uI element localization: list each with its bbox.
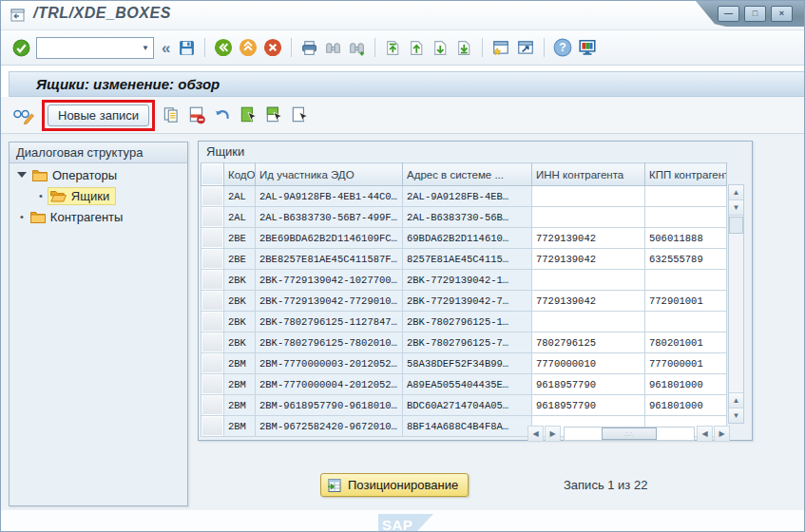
collapse-toolbar-icon[interactable]: « xyxy=(162,40,170,56)
save-icon[interactable] xyxy=(178,39,196,57)
scroll-right-icon[interactable]: ▶ xyxy=(545,426,561,442)
table-cell[interactable]: 2BM xyxy=(224,353,256,374)
close-button[interactable]: × xyxy=(771,6,793,22)
select-all-corner[interactable] xyxy=(201,163,224,186)
table-cell[interactable]: 2AL-9A9128FB-4EB… xyxy=(403,186,532,207)
table-cell[interactable]: 7729139042 xyxy=(532,228,645,249)
row-selector[interactable] xyxy=(201,207,224,228)
new-session-icon[interactable] xyxy=(491,38,510,57)
table-cell[interactable]: 2AL-9A9128FB-4EB1-44C0… xyxy=(256,186,403,207)
table-cell[interactable] xyxy=(645,312,727,332)
table-cell[interactable]: 2AL-B6383730-56B7-499F… xyxy=(256,207,403,228)
table-cell[interactable]: 961801000 xyxy=(645,374,727,395)
table-cell[interactable]: 2BK-7802796125-1… xyxy=(403,312,532,332)
scroll-up-icon[interactable]: ▲ xyxy=(729,392,743,408)
tree-item-counterparties[interactable]: • Контрагенты xyxy=(10,207,187,226)
table-cell[interactable]: 2BK-7729139042-7729010… xyxy=(256,291,403,312)
table-cell[interactable]: 780201001 xyxy=(645,332,727,353)
row-selector[interactable] xyxy=(201,312,224,332)
table-cell[interactable]: 2BM xyxy=(224,416,256,437)
column-header-kpp[interactable]: КПП контрагента xyxy=(645,163,727,186)
scroll-down-icon[interactable]: ▼ xyxy=(729,408,743,423)
table-row[interactable]: 2BE2BE69BDA62B2D1146109FC…69BDA62B2D1146… xyxy=(201,228,727,249)
collapse-arrow-icon[interactable] xyxy=(17,172,27,178)
select-block-icon[interactable] xyxy=(264,105,283,124)
minimize-button[interactable]: — xyxy=(718,6,739,22)
table-cell[interactable]: 2BK xyxy=(224,270,256,291)
row-selector[interactable] xyxy=(201,291,224,312)
find-icon[interactable] xyxy=(324,39,342,57)
table-cell[interactable]: 69BDA62B2D114610… xyxy=(403,228,532,249)
table-cell[interactable]: 2AL xyxy=(224,186,256,207)
first-page-icon[interactable] xyxy=(384,39,402,57)
table-cell[interactable]: 632555789 xyxy=(645,249,727,270)
column-header-inn[interactable]: ИНН контрагента xyxy=(532,163,645,186)
horizontal-scrollbar-thumb[interactable]: ∴∴ xyxy=(602,428,657,440)
command-field[interactable]: ▼ xyxy=(36,37,154,59)
table-cell[interactable]: 2BE69BDA62B2D1146109FC… xyxy=(256,228,403,249)
table-row[interactable]: 2BM2BM-9618957790-9618010…BDC60A2714704A… xyxy=(201,395,727,416)
scroll-left-icon[interactable]: ◀ xyxy=(697,426,713,442)
row-selector[interactable] xyxy=(201,249,224,270)
vertical-scrollbar[interactable]: ▲ ▼ ▲ ▼ xyxy=(728,184,744,424)
last-page-icon[interactable] xyxy=(455,39,473,57)
help-icon[interactable]: ? xyxy=(553,38,572,57)
shortcut-icon[interactable] xyxy=(516,38,535,57)
table-cell[interactable] xyxy=(532,312,645,332)
scroll-right-icon[interactable]: ▶ xyxy=(714,426,730,442)
table-cell[interactable]: 772901001 xyxy=(645,291,727,312)
table-row[interactable]: 2BK2BK-7802796125-7802010…2BK-7802796125… xyxy=(201,332,727,353)
cancel-icon[interactable] xyxy=(263,38,282,57)
horizontal-scrollbar-track[interactable]: ∴∴ xyxy=(564,427,695,441)
select-all-icon[interactable] xyxy=(239,105,258,124)
row-selector[interactable] xyxy=(201,395,224,416)
table-cell[interactable]: 7729139042 xyxy=(532,291,645,312)
table-cell[interactable]: 777000001 xyxy=(645,353,727,374)
row-selector[interactable] xyxy=(201,353,224,374)
table-cell[interactable] xyxy=(645,186,727,207)
next-page-icon[interactable] xyxy=(431,39,450,57)
layout-icon[interactable] xyxy=(578,38,597,57)
column-header-participant-id[interactable]: Ид участника ЭДО xyxy=(256,163,403,186)
table-cell[interactable]: 2BK-7802796125-1127847… xyxy=(256,312,403,332)
exit-icon[interactable] xyxy=(239,38,258,57)
table-cell[interactable]: 7770000010 xyxy=(532,353,645,374)
table-cell[interactable]: 2BE xyxy=(224,249,256,270)
positioning-button[interactable]: Позиционирование xyxy=(320,473,469,497)
table-cell[interactable] xyxy=(532,270,645,291)
find-next-icon[interactable] xyxy=(348,39,366,57)
undo-icon[interactable] xyxy=(213,105,232,124)
table-row[interactable]: 2BK2BK-7729139042-1027700…2BK-7729139042… xyxy=(201,270,727,291)
back-icon[interactable] xyxy=(214,38,233,57)
system-menu-icon[interactable] xyxy=(10,9,25,22)
table-cell[interactable]: 7729139042 xyxy=(532,249,645,270)
table-cell[interactable]: 7802796125 xyxy=(532,332,645,353)
row-selector[interactable] xyxy=(201,416,224,437)
scroll-left-icon[interactable]: ◀ xyxy=(527,426,544,442)
row-selector[interactable] xyxy=(201,186,224,207)
table-cell[interactable]: 2BM-9672582420-9672010… xyxy=(256,416,403,437)
horizontal-scrollbar[interactable]: ◀ ▶ ∴∴ ◀ ▶ xyxy=(527,427,731,441)
column-header-system-address[interactable]: Адрес в системе ... xyxy=(403,163,532,186)
table-cell[interactable]: 2BK-7729139042-7… xyxy=(403,291,532,312)
table-row[interactable]: 2AL2AL-B6383730-56B7-499F…2AL-B6383730-5… xyxy=(201,207,727,228)
table-row[interactable]: 2BK2BK-7729139042-7729010…2BK-7729139042… xyxy=(201,291,727,312)
enter-icon[interactable] xyxy=(12,39,30,57)
delete-row-icon[interactable] xyxy=(187,105,206,124)
row-selector[interactable] xyxy=(201,270,224,291)
table-cell[interactable]: 506011888 xyxy=(645,228,727,249)
table-cell[interactable]: 2BE8257E81AE45C411587F… xyxy=(256,249,403,270)
table-row[interactable]: 2BE2BE8257E81AE45C411587F…8257E81AE45C41… xyxy=(201,249,727,270)
table-cell[interactable]: 2BM xyxy=(224,374,256,395)
table-row[interactable]: 2BM2BM-7770000004-2012052…A89EA505540443… xyxy=(201,374,727,395)
table-cell[interactable]: 2BM-7770000004-2012052… xyxy=(256,374,403,395)
tree-item-operators[interactable]: Операторы xyxy=(10,165,187,184)
table-row[interactable]: 2BM2BM-7770000003-2012052…58A38DEF52F34B… xyxy=(201,353,727,374)
row-selector[interactable] xyxy=(201,374,224,395)
command-dropdown-icon[interactable]: ▼ xyxy=(138,38,153,58)
table-cell[interactable]: 2BK-7802796125-7… xyxy=(403,332,532,353)
copy-icon[interactable] xyxy=(162,105,181,124)
table-cell[interactable]: 2BK-7729139042-1027700… xyxy=(256,270,403,291)
scroll-up-icon[interactable]: ▲ xyxy=(729,185,743,200)
table-cell[interactable]: 8257E81AE45C4115… xyxy=(403,249,532,270)
